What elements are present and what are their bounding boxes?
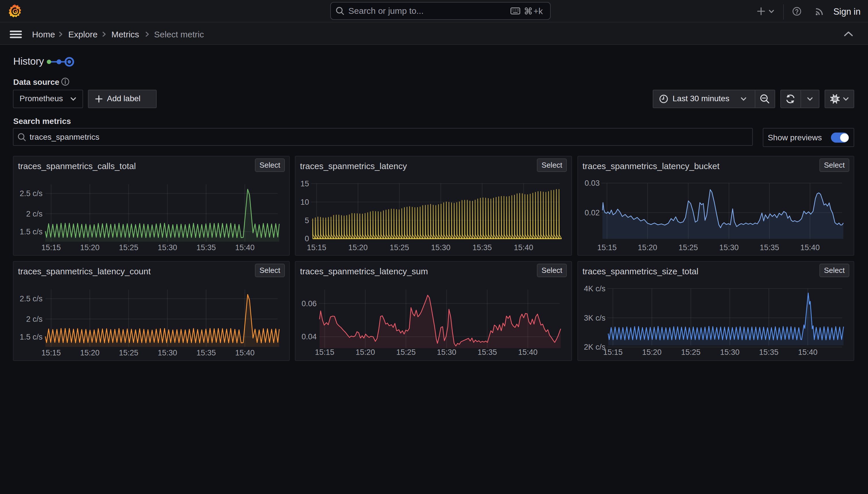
svg-text:15:15: 15:15 [41,243,61,252]
svg-text:15:40: 15:40 [518,348,538,357]
svg-text:0: 0 [305,235,309,243]
svg-text:15:35: 15:35 [478,348,497,357]
svg-text:15:35: 15:35 [473,243,492,252]
svg-text:2 c/s: 2 c/s [26,210,42,218]
svg-text:2.5 c/s: 2.5 c/s [20,190,42,198]
svg-text:15:25: 15:25 [390,243,409,252]
svg-text:15:15: 15:15 [41,348,61,357]
svg-text:15:30: 15:30 [158,243,177,252]
svg-text:15: 15 [300,179,309,188]
svg-text:1.5 c/s: 1.5 c/s [20,333,42,341]
svg-text:15:30: 15:30 [720,348,739,357]
svg-text:15:30: 15:30 [719,243,739,252]
svg-text:15:25: 15:25 [119,348,138,357]
svg-text:15:20: 15:20 [80,348,100,357]
svg-text:15:20: 15:20 [356,348,375,357]
svg-text:15:20: 15:20 [642,348,662,357]
svg-text:5: 5 [305,216,309,225]
svg-text:15:15: 15:15 [307,243,327,252]
svg-text:15:40: 15:40 [800,243,820,252]
svg-text:15:30: 15:30 [431,243,451,252]
svg-text:15:20: 15:20 [638,243,657,252]
svg-text:15:15: 15:15 [597,243,617,252]
svg-text:2K c/s: 2K c/s [584,343,605,352]
svg-text:15:30: 15:30 [158,348,177,357]
svg-text:15:35: 15:35 [759,348,778,357]
svg-text:1.5 c/s: 1.5 c/s [20,227,42,236]
svg-text:15:40: 15:40 [235,348,255,357]
svg-text:15:35: 15:35 [760,243,779,252]
svg-text:4K c/s: 4K c/s [584,284,605,293]
svg-text:15:40: 15:40 [235,243,255,252]
svg-text:2 c/s: 2 c/s [26,315,42,323]
svg-text:15:30: 15:30 [437,348,456,357]
svg-text:0.02: 0.02 [585,208,600,217]
svg-text:15:20: 15:20 [348,243,368,252]
svg-text:0.03: 0.03 [585,179,600,188]
svg-text:15:40: 15:40 [514,243,533,252]
svg-text:15:25: 15:25 [678,243,698,252]
svg-text:15:35: 15:35 [196,348,216,357]
svg-text:0.04: 0.04 [301,333,317,341]
svg-text:2.5 c/s: 2.5 c/s [20,295,42,303]
svg-text:3K c/s: 3K c/s [584,314,605,322]
svg-text:0.06: 0.06 [301,299,317,308]
svg-text:15:25: 15:25 [396,348,416,357]
svg-text:10: 10 [300,198,309,207]
svg-text:15:15: 15:15 [315,348,335,357]
svg-text:15:40: 15:40 [798,348,817,357]
svg-text:15:25: 15:25 [119,243,138,252]
svg-text:15:35: 15:35 [196,243,216,252]
svg-text:15:20: 15:20 [80,243,100,252]
svg-text:15:25: 15:25 [681,348,701,357]
svg-text:15:15: 15:15 [603,348,623,357]
